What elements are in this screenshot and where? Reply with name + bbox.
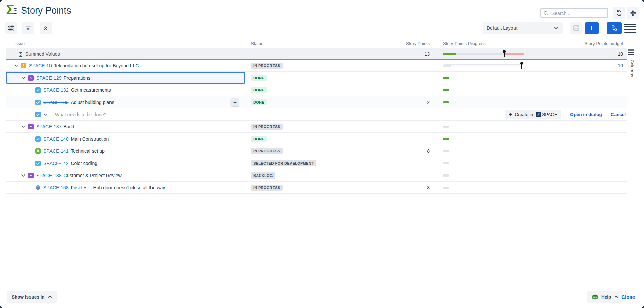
column-header-issue[interactable]: Issue bbox=[14, 41, 25, 46]
issue-key-link[interactable]: SPACE-10 bbox=[29, 63, 52, 68]
status-badge[interactable]: DONE bbox=[251, 99, 267, 105]
story-points-cell[interactable]: 2 bbox=[379, 96, 430, 108]
story-points-cell[interactable] bbox=[379, 121, 430, 132]
help-button[interactable]: Help bbox=[587, 291, 623, 303]
issue-summary[interactable]: Main Construction bbox=[71, 136, 109, 142]
issue-cell[interactable]: SPACE-132Get measurements bbox=[6, 84, 245, 96]
issue-cell[interactable]: SPACE-168First test - Hub door doesn't c… bbox=[6, 182, 245, 193]
story-points-budget-cell[interactable] bbox=[572, 133, 623, 145]
issue-key-link[interactable]: SPACE-133 bbox=[43, 100, 68, 105]
story-points-cell[interactable] bbox=[379, 84, 430, 96]
collapse-all-button[interactable] bbox=[40, 22, 52, 34]
status-badge[interactable]: DONE bbox=[251, 75, 267, 81]
issue-cell[interactable]: SPACE-140Main Construction bbox=[6, 133, 245, 145]
issue-summary[interactable]: Build bbox=[63, 124, 74, 129]
story-points-budget-cell[interactable]: 10 bbox=[572, 60, 623, 71]
issue-summary[interactable]: First test - Hub door doesn't close all … bbox=[71, 185, 165, 190]
issue-summary[interactable]: Teleportation hub set up for Beyond LLC bbox=[54, 63, 139, 68]
column-header-story-points-progress[interactable]: Story Points Progress bbox=[443, 41, 486, 46]
story-points-progress-cell bbox=[443, 60, 531, 71]
issue-cell[interactable]: SPACE-142Color coding bbox=[6, 157, 245, 169]
issue-key-link[interactable]: SPACE-129 bbox=[36, 75, 61, 81]
story-points-budget-cell[interactable] bbox=[572, 121, 623, 132]
columns-drag-grip-icon[interactable] bbox=[628, 49, 635, 56]
issue-key-link[interactable]: SPACE-168 bbox=[43, 185, 68, 190]
column-header-story-points[interactable]: Story Points bbox=[379, 41, 430, 46]
story-points-cell[interactable] bbox=[379, 133, 430, 145]
header: Σ Story Points bbox=[0, 0, 644, 22]
expander-chevron-down-icon[interactable] bbox=[21, 174, 25, 177]
story-points-cell[interactable] bbox=[379, 157, 430, 169]
issue-summary[interactable]: Customer & Project Review bbox=[63, 173, 121, 178]
issue-key-link[interactable]: SPACE-141 bbox=[43, 148, 68, 154]
budget-marker-pin[interactable] bbox=[503, 50, 506, 58]
main-menu-button[interactable] bbox=[624, 24, 636, 33]
issue-key-link[interactable]: SPACE-142 bbox=[43, 161, 68, 166]
column-header-story-points-budget[interactable]: Story Points budget bbox=[548, 41, 623, 46]
status-badge[interactable]: SELECTED FOR DEVELOPMENT bbox=[251, 160, 316, 166]
layout-selector-value: Default Layout bbox=[487, 25, 554, 31]
show-issues-in-button[interactable]: Show Issues in bbox=[7, 291, 57, 303]
expander-chevron-down-icon[interactable] bbox=[21, 125, 25, 128]
status-badge[interactable]: IN PROGRESS bbox=[251, 124, 283, 130]
issue-key-link[interactable]: SPACE-137 bbox=[36, 124, 61, 129]
story-points-cell[interactable] bbox=[379, 60, 430, 71]
issue-summary[interactable]: Adjust building plans bbox=[71, 100, 114, 105]
refresh-button[interactable] bbox=[613, 7, 625, 19]
status-badge[interactable]: IN PROGRESS bbox=[251, 148, 283, 154]
story-points-budget-cell[interactable] bbox=[572, 145, 623, 157]
add-item-button[interactable] bbox=[585, 22, 599, 34]
story-points-cell[interactable]: 3 bbox=[379, 182, 430, 193]
columns-panel-tab[interactable]: Columns bbox=[630, 60, 635, 77]
status-badge[interactable]: BACKLOG bbox=[251, 172, 275, 179]
issue-type-chevron-down-icon[interactable] bbox=[43, 113, 47, 116]
expander-chevron-down-icon[interactable] bbox=[21, 77, 25, 79]
status-badge[interactable]: IN PROGRESS bbox=[251, 185, 283, 191]
new-issue-summary-input[interactable] bbox=[55, 112, 177, 117]
search-input[interactable] bbox=[551, 11, 605, 16]
task-issue-icon[interactable] bbox=[35, 112, 41, 117]
create-in-project-button[interactable]: +Create in🚀SPACE bbox=[505, 110, 561, 119]
budget-marker-pin[interactable] bbox=[520, 62, 523, 69]
story-points-budget-cell[interactable] bbox=[572, 157, 623, 169]
slider-track bbox=[443, 64, 522, 67]
issue-summary[interactable]: Technical set up bbox=[71, 148, 104, 154]
issue-cell[interactable]: SPACE-129Preparations bbox=[6, 72, 245, 84]
expander-chevron-down-icon[interactable] bbox=[14, 64, 18, 67]
issue-key-link[interactable]: SPACE-132 bbox=[43, 87, 68, 93]
structure-view-toggle-button[interactable] bbox=[607, 22, 622, 34]
column-header-status[interactable]: Status bbox=[251, 41, 263, 46]
group-by-button[interactable] bbox=[5, 22, 17, 34]
story-points-budget-cell[interactable] bbox=[572, 169, 623, 181]
save-layout-button[interactable] bbox=[570, 22, 582, 34]
story-points-cell[interactable]: 8 bbox=[379, 145, 430, 157]
status-badge[interactable]: IN PROGRESS bbox=[251, 63, 283, 69]
issue-summary[interactable]: Color coding bbox=[71, 161, 97, 166]
story-points-budget-cell[interactable] bbox=[572, 182, 623, 193]
cancel-link[interactable]: Cancel bbox=[611, 112, 626, 117]
close-link[interactable]: Close bbox=[621, 294, 635, 300]
issue-cell[interactable]: SPACE-141Technical set up bbox=[6, 145, 245, 157]
status-cell: IN PROGRESS bbox=[249, 121, 361, 132]
open-in-dialog-link[interactable]: Open in dialog bbox=[570, 112, 602, 117]
issue-cell[interactable]: SPACE-10Teleportation hub set up for Bey… bbox=[6, 60, 245, 71]
add-child-issue-button[interactable]: + bbox=[231, 98, 239, 106]
issue-key-link[interactable]: SPACE-140 bbox=[43, 136, 68, 142]
issue-key-link[interactable]: SPACE-138 bbox=[36, 173, 61, 178]
layout-selector[interactable]: Default Layout bbox=[483, 22, 563, 34]
status-badge[interactable]: DONE bbox=[251, 136, 267, 142]
issue-cell[interactable]: SPACE-138Customer & Project Review bbox=[6, 169, 245, 181]
filter-button[interactable] bbox=[22, 22, 34, 34]
story-points-budget-cell[interactable] bbox=[572, 84, 623, 96]
issue-summary[interactable]: Get measurements bbox=[71, 87, 111, 93]
issue-summary[interactable]: Preparations bbox=[63, 75, 90, 81]
story-points-budget-cell[interactable] bbox=[572, 96, 623, 108]
budget-slider[interactable] bbox=[443, 64, 522, 67]
story-points-cell[interactable] bbox=[379, 169, 430, 181]
status-badge[interactable]: DONE bbox=[251, 87, 267, 93]
story-points-cell[interactable] bbox=[379, 72, 430, 84]
issue-cell[interactable]: SPACE-137Build bbox=[6, 121, 245, 132]
exit-fullscreen-button[interactable] bbox=[627, 7, 639, 19]
story-points-budget-cell[interactable] bbox=[572, 72, 623, 84]
issue-cell[interactable]: SPACE-133Adjust building plans+ bbox=[6, 96, 245, 108]
